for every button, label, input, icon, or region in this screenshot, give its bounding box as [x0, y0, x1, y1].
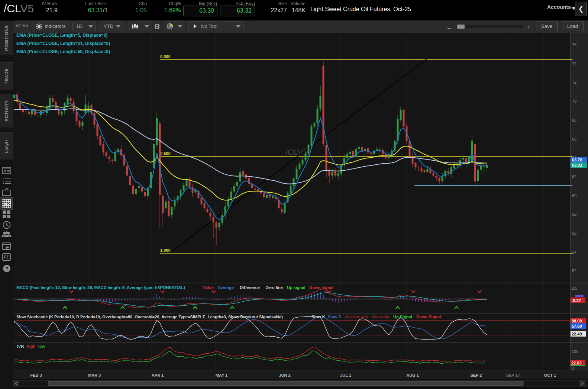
svg-text:APR 1: APR 1: [152, 373, 164, 377]
svg-text:high: high: [27, 344, 35, 348]
svg-text:70: 70: [572, 99, 576, 103]
svg-text:2.5: 2.5: [572, 286, 577, 290]
svg-text:100: 100: [572, 349, 578, 354]
svg-text:0: 0: [572, 366, 574, 370]
svg-text:Oversold: Oversold: [372, 315, 390, 319]
svg-text:72: 72: [572, 80, 576, 84]
svg-text:EMA (Price=CLOSE, Length=50, D: EMA (Price=CLOSE, Length=50, Displace=0): [16, 49, 110, 54]
svg-text:SEP 2: SEP 2: [471, 373, 482, 377]
svg-text:MACD (Fast length=12, Slow len: MACD (Fast length=12, Slow length=26, MA…: [16, 285, 185, 290]
svg-text:FEB 3: FEB 3: [30, 373, 42, 377]
svg-text:22.63: 22.63: [571, 361, 582, 365]
svg-text:SEP 17: SEP 17: [506, 373, 520, 377]
svg-text:OCT 1: OCT 1: [544, 373, 556, 377]
svg-text:0.000: 0.000: [160, 54, 171, 59]
svg-text:IVR: IVR: [17, 344, 24, 348]
svg-text:Average: Average: [218, 285, 234, 290]
svg-text:60: 60: [572, 193, 576, 198]
svg-text:63.31: 63.31: [572, 163, 582, 167]
svg-text:JUN 2: JUN 2: [279, 373, 290, 377]
svg-text:56: 56: [572, 231, 576, 235]
svg-text:63.78: 63.78: [572, 158, 582, 162]
svg-text:Difference: Difference: [240, 285, 260, 290]
svg-text:58: 58: [572, 212, 576, 216]
svg-text:EMA (Price=CLOSE, Length=21, D: EMA (Price=CLOSE, Length=21, Displace=0): [16, 41, 110, 46]
svg-text:Up Signal: Up Signal: [393, 315, 412, 319]
svg-text:Slow Stochastic (K Period=10,: Slow Stochastic (K Period=10, D Period=1…: [16, 315, 283, 319]
svg-text:54: 54: [572, 250, 576, 254]
svg-text:74: 74: [572, 61, 576, 66]
svg-text:AUG 1: AUG 1: [406, 373, 419, 377]
svg-text:Up signal: Up signal: [287, 285, 306, 290]
svg-text:52: 52: [572, 269, 576, 273]
svg-text:Zero line: Zero line: [266, 285, 283, 290]
svg-text:low: low: [38, 344, 45, 348]
svg-text:Down signal: Down signal: [309, 285, 333, 290]
svg-text:-0.27: -0.27: [572, 298, 581, 303]
svg-text:Down Signal: Down Signal: [416, 315, 441, 319]
svg-text:57.60: 57.60: [572, 324, 582, 328]
svg-text:66: 66: [572, 137, 576, 141]
svg-text:68: 68: [572, 118, 576, 122]
svg-text:22.49: 22.49: [572, 332, 582, 336]
svg-text:76: 76: [572, 42, 576, 47]
svg-text:JUL 1: JUL 1: [340, 373, 351, 377]
svg-text:EMA (Price=CLOSE, Length=5, Di: EMA (Price=CLOSE, Length=5, Displace=0): [16, 33, 107, 38]
svg-text:0.500: 0.500: [160, 151, 171, 156]
svg-text:1.000: 1.000: [160, 248, 171, 253]
svg-text:/CLV5: /CLV5: [285, 148, 308, 157]
svg-text:62: 62: [572, 174, 576, 179]
svg-text:Value: Value: [203, 285, 214, 290]
svg-text:Overbought: Overbought: [345, 315, 368, 319]
svg-text:Slow D: Slow D: [328, 315, 342, 319]
svg-text:Slow K: Slow K: [311, 315, 325, 319]
svg-text:80.00: 80.00: [572, 319, 582, 323]
svg-text:MAY 1: MAY 1: [216, 373, 227, 377]
svg-text:MAR 3: MAR 3: [88, 373, 101, 377]
